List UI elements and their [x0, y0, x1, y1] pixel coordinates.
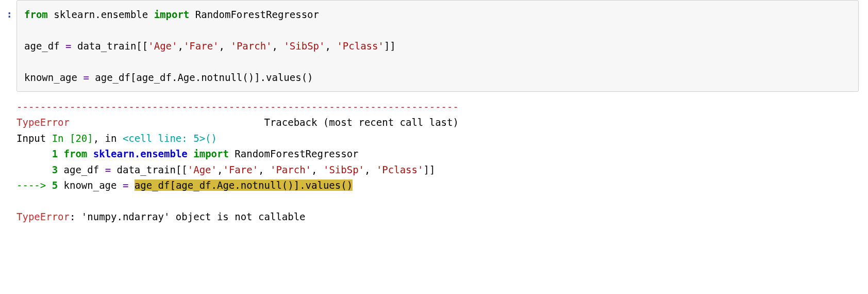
- code-l5-eq: =: [83, 72, 89, 83]
- tb-l5-eq: =: [123, 179, 128, 191]
- tb-l1-cls: RandomForestRegressor: [235, 148, 358, 159]
- prompt-suffix: :: [7, 8, 12, 20]
- code-l3-pre: data_train[[: [72, 40, 148, 52]
- tb-input-label: Input: [16, 133, 52, 144]
- code-l3-s3: 'Parch': [230, 40, 272, 52]
- tb-in-mid: , in: [93, 133, 123, 144]
- code-l3-eq: =: [65, 40, 71, 52]
- tb-l3-s5: 'Pclass': [376, 164, 424, 175]
- tb-l5-arrow: ---->: [16, 179, 52, 191]
- tb-l1-import: import: [193, 148, 229, 159]
- input-cell: : from sklearn.ensemble import RandomFor…: [0, 0, 868, 92]
- tb-l3-eq: =: [105, 164, 111, 175]
- tb-error-name: TypeError: [16, 117, 70, 128]
- code-l1-cls: RandomForestRegressor: [189, 9, 319, 20]
- tb-in-num: In [20]: [52, 133, 93, 144]
- tb-gap: [70, 117, 264, 128]
- input-prompt: :: [0, 0, 16, 22]
- code-l3-c1: ,: [177, 40, 183, 52]
- tb-l3-s2: 'Fare': [223, 164, 258, 175]
- tb-l5-highlight: age_df[age_df.Age.notnull()].values(): [135, 179, 353, 191]
- code-l3-post: ]]: [384, 40, 396, 52]
- tb-l1-num: 1: [52, 148, 58, 159]
- tb-l3-s1: 'Age': [188, 164, 217, 175]
- tb-l3-lhs: age_df: [64, 164, 105, 175]
- tb-l3-s4: 'SibSp': [323, 164, 364, 175]
- tb-l1-from: from: [64, 148, 88, 159]
- tb-l1-sp3: [188, 148, 193, 159]
- tb-l3-c2: ,: [258, 164, 270, 175]
- tb-l1-pad: [16, 148, 52, 159]
- kw-from: from: [24, 9, 48, 20]
- tb-l1-sp4: [229, 148, 235, 159]
- kw-import: import: [154, 9, 190, 20]
- tb-l3-c4: ,: [364, 164, 376, 175]
- tb-l5-sp2: [128, 179, 134, 191]
- tb-final-rest: : 'numpy.ndarray' object is not callable: [70, 211, 306, 222]
- tb-l3-num: 3: [52, 164, 58, 175]
- tb-l1-mod: sklearn.ensemble: [93, 148, 188, 159]
- tb-cell-line: <cell line: 5>: [123, 133, 205, 144]
- code-l3-c2: ,: [219, 40, 231, 52]
- code-l3-s5: 'Pclass': [337, 40, 384, 52]
- tb-final-name: TypeError: [16, 211, 70, 222]
- code-l1-mod: sklearn.ensemble: [48, 9, 154, 20]
- code-l5-lhs: known_age: [24, 72, 83, 83]
- code-l3-s1: 'Age': [148, 40, 177, 52]
- notebook-cell-area: : from sklearn.ensemble import RandomFor…: [0, 0, 868, 294]
- tb-l5-sp: [58, 179, 63, 191]
- tb-l3-s3: 'Parch': [270, 164, 311, 175]
- code-l3-s2: 'Fare': [183, 40, 219, 52]
- tb-l3-pad: [16, 164, 52, 175]
- tb-separator: ----------------------------------------…: [16, 101, 459, 112]
- code-l3-lhs: age_df: [24, 40, 65, 52]
- tb-tail: Traceback (most recent call last): [264, 117, 459, 128]
- code-l3-c3: ,: [272, 40, 284, 52]
- tb-l3-sp: [58, 164, 63, 175]
- code-input[interactable]: from sklearn.ensemble import RandomFores…: [16, 0, 859, 92]
- tb-l3-post: ]]: [423, 164, 435, 175]
- tb-l3-c3: ,: [311, 164, 323, 175]
- tb-paren: (): [205, 133, 217, 144]
- code-l3-c4: ,: [325, 40, 337, 52]
- tb-l5-num: 5: [52, 179, 58, 191]
- tb-l3-c1: ,: [217, 164, 223, 175]
- code-l5-rhs: age_df[age_df.Age.notnull()].values(): [89, 72, 313, 83]
- tb-l3-pre: data_train[[: [111, 164, 188, 175]
- code-l3-s4: 'SibSp': [283, 40, 325, 52]
- tb-l1-sp2: [87, 148, 93, 159]
- tb-l5-lhs: known_age: [64, 179, 123, 191]
- output-traceback: ----------------------------------------…: [16, 99, 868, 224]
- tb-l1-sp: [58, 148, 63, 159]
